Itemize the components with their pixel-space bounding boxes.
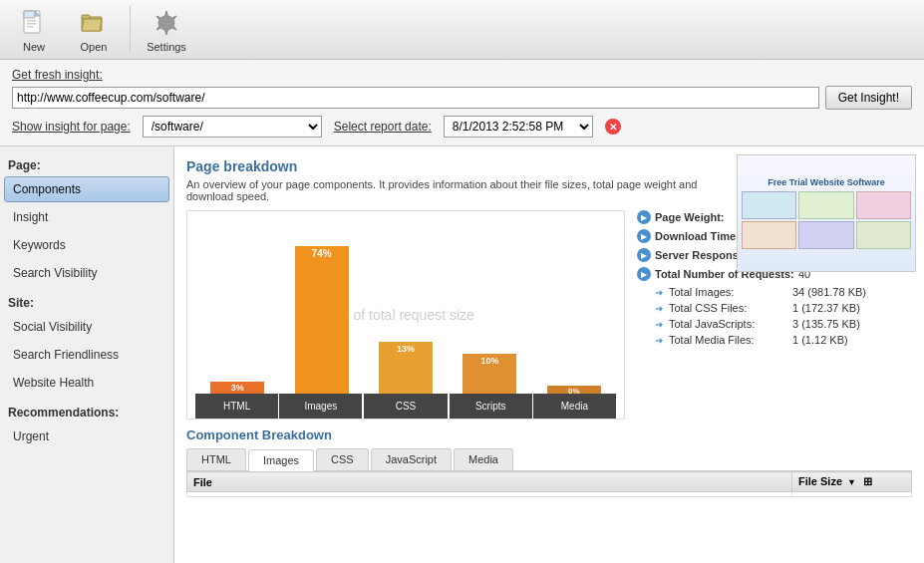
server-response-icon: ▶ bbox=[637, 248, 651, 262]
expand-icon: ⊞ bbox=[863, 475, 872, 487]
tab-media[interactable]: Media bbox=[454, 448, 513, 470]
remove-date-button[interactable]: ✕ bbox=[605, 119, 621, 135]
file-column-label: File bbox=[193, 476, 212, 488]
tab-javascript[interactable]: JavaScript bbox=[371, 448, 452, 470]
bar-css-label: CSS bbox=[396, 401, 417, 412]
svg-rect-7 bbox=[82, 15, 90, 19]
ad-inner: Free Trial Website Software bbox=[738, 155, 915, 271]
table-row bbox=[187, 492, 912, 497]
total-images-row: ➜ Total Images: 34 (981.78 KB) bbox=[655, 286, 912, 298]
ad-banner[interactable]: Free Trial Website Software bbox=[737, 154, 916, 272]
total-css-arrow: ➜ bbox=[655, 303, 663, 314]
filesize-column-label: File Size bbox=[798, 475, 842, 487]
open-button[interactable]: Open bbox=[68, 3, 120, 57]
main: Page: Components Insight Keywords Search… bbox=[0, 146, 924, 563]
total-css-label: Total CSS Files: bbox=[669, 302, 788, 314]
sidebar-item-urgent[interactable]: Urgent bbox=[4, 423, 169, 449]
content: Free Trial Website Software Page breakdo… bbox=[174, 146, 924, 563]
total-media-row: ➜ Total Media Files: 1 (1.12 KB) bbox=[655, 334, 912, 346]
total-media-arrow: ➜ bbox=[655, 335, 663, 346]
file-cell bbox=[187, 492, 792, 497]
total-images-arrow: ➜ bbox=[655, 287, 663, 298]
svg-rect-1 bbox=[24, 11, 35, 18]
total-js-row: ➜ Total JavaScripts: 3 (135.75 KB) bbox=[655, 318, 912, 330]
sidebar-item-components[interactable]: Components bbox=[4, 176, 169, 202]
page-section-label: Page: bbox=[4, 154, 169, 174]
total-media-value: 1 (1.12 KB) bbox=[792, 334, 848, 346]
component-breakdown: Component Breakdown HTML Images CSS Java… bbox=[186, 427, 912, 497]
get-insight-button[interactable]: Get Insight! bbox=[825, 86, 912, 110]
page-weight-icon: ▶ bbox=[637, 210, 651, 224]
total-media-label: Total Media Files: bbox=[669, 334, 788, 346]
sidebar: Page: Components Insight Keywords Search… bbox=[0, 146, 174, 563]
url-area: Get fresh insight: Get Insight! Show ins… bbox=[0, 60, 924, 146]
open-icon bbox=[78, 7, 110, 39]
sidebar-item-search-friendliness[interactable]: Search Friendliness bbox=[4, 342, 169, 368]
bar-css-pct: 13% bbox=[397, 344, 415, 354]
select-report-label: Select report date: bbox=[334, 120, 432, 134]
ad-title: Free Trial Website Software bbox=[768, 177, 884, 187]
file-table: File File Size ▼ ⊞ bbox=[186, 471, 912, 497]
date-select[interactable]: 8/1/2013 2:52:58 PM bbox=[444, 116, 593, 138]
total-images-label: Total Images: bbox=[669, 286, 788, 298]
settings-icon bbox=[151, 7, 182, 39]
toolbar: New Open Settings bbox=[0, 0, 924, 60]
new-button[interactable]: New bbox=[8, 3, 60, 57]
tab-html[interactable]: HTML bbox=[186, 448, 246, 470]
page-select-area: Show insight for page: /software/ Select… bbox=[12, 116, 912, 138]
filesize-cell bbox=[792, 492, 912, 497]
sidebar-item-website-health[interactable]: Website Health bbox=[4, 370, 169, 396]
settings-button[interactable]: Settings bbox=[141, 3, 192, 57]
bar-images-label: Images bbox=[304, 401, 337, 412]
svg-rect-3 bbox=[27, 20, 36, 22]
bar-media-label: Media bbox=[561, 401, 588, 412]
show-insight-label: Show insight for page: bbox=[12, 120, 131, 134]
bar-scripts-label: Scripts bbox=[475, 401, 506, 412]
toolbar-divider bbox=[130, 6, 131, 54]
sidebar-item-search-visibility[interactable]: Search Visibility bbox=[4, 260, 169, 286]
tabs-row: HTML Images CSS JavaScript Media bbox=[186, 448, 912, 471]
sidebar-item-social-visibility[interactable]: Social Visibility bbox=[4, 314, 169, 340]
total-css-row: ➜ Total CSS Files: 1 (172.37 KB) bbox=[655, 302, 912, 314]
site-section-label: Site: bbox=[4, 292, 169, 312]
tab-css[interactable]: CSS bbox=[316, 448, 369, 470]
total-requests-icon: ▶ bbox=[637, 267, 651, 281]
total-js-arrow: ➜ bbox=[655, 319, 663, 330]
get-fresh-label[interactable]: Get fresh insight: bbox=[12, 68, 103, 82]
tab-images[interactable]: Images bbox=[248, 449, 314, 471]
url-input[interactable] bbox=[12, 87, 819, 109]
file-column-header[interactable]: File bbox=[187, 472, 792, 492]
bar-scripts-pct: 10% bbox=[480, 356, 498, 366]
total-js-label: Total JavaScripts: bbox=[669, 318, 788, 330]
sidebar-item-insight[interactable]: Insight bbox=[4, 204, 169, 230]
bar-html-label: HTML bbox=[223, 401, 250, 412]
recs-section-label: Recommendations: bbox=[4, 402, 169, 422]
svg-rect-4 bbox=[27, 23, 36, 25]
total-css-value: 1 (172.37 KB) bbox=[792, 302, 860, 314]
chart-area: % of total request size 3% 74% bbox=[186, 210, 625, 420]
total-images-value: 34 (981.78 KB) bbox=[792, 286, 866, 298]
new-icon bbox=[18, 7, 50, 39]
total-js-value: 3 (135.75 KB) bbox=[792, 318, 860, 330]
sort-icon: ▼ bbox=[847, 477, 856, 487]
open-label: Open bbox=[81, 41, 108, 53]
url-row: Get Insight! bbox=[12, 86, 912, 110]
page-breakdown-desc: An overview of your page components. It … bbox=[186, 178, 705, 202]
bar-images-pct: 74% bbox=[312, 248, 332, 259]
settings-label: Settings bbox=[147, 41, 186, 53]
bar-html-pct: 3% bbox=[231, 383, 244, 393]
svg-rect-5 bbox=[27, 26, 33, 28]
svg-marker-8 bbox=[82, 19, 102, 31]
download-time-icon: ▶ bbox=[637, 229, 651, 243]
filesize-column-header[interactable]: File Size ▼ ⊞ bbox=[792, 472, 912, 492]
page-select[interactable]: /software/ bbox=[143, 116, 322, 138]
new-label: New bbox=[23, 41, 45, 53]
comp-breakdown-title: Component Breakdown bbox=[186, 427, 912, 442]
sidebar-item-keywords[interactable]: Keywords bbox=[4, 232, 169, 258]
